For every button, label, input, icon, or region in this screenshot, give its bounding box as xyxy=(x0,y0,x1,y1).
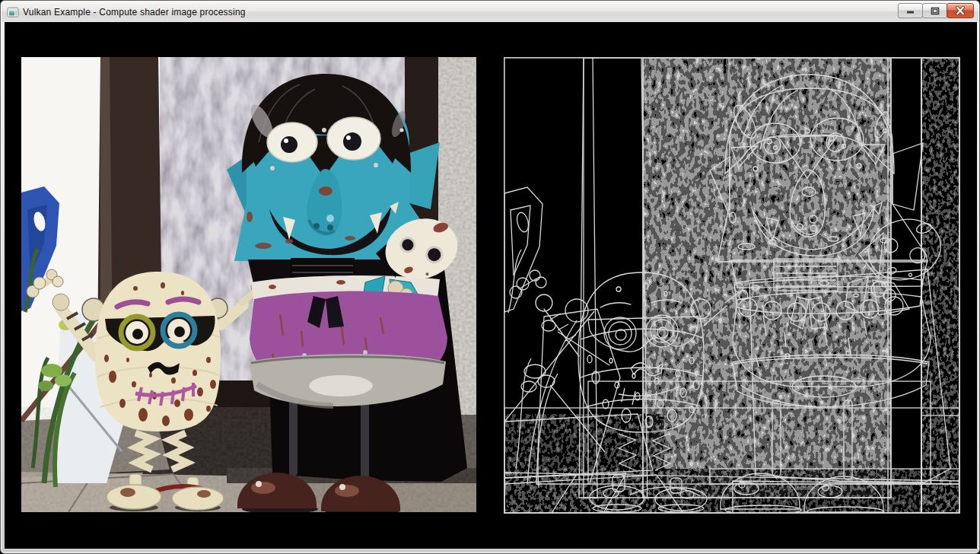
maximize-button[interactable] xyxy=(922,3,947,18)
minimize-button[interactable] xyxy=(898,3,923,18)
titlebar[interactable]: Vulkan Example - Compute shader image pr… xyxy=(2,2,978,22)
close-icon xyxy=(955,6,966,15)
mummy-foot-right xyxy=(172,487,224,510)
window-title: Vulkan Example - Compute shader image pr… xyxy=(23,7,246,18)
application-window-icon xyxy=(7,6,19,18)
vampire-leg-right xyxy=(361,400,369,479)
edge-glass-noise xyxy=(643,58,891,498)
maximize-icon xyxy=(931,7,940,15)
mummy-brow-right xyxy=(168,299,199,302)
edge-stucco-noise xyxy=(921,58,959,513)
photo-scene xyxy=(21,57,476,512)
original-image-panel xyxy=(21,57,476,512)
app-window: Vulkan Example - Compute shader image pr… xyxy=(0,0,980,554)
vampire-leg-left xyxy=(289,400,298,476)
close-button[interactable] xyxy=(947,3,974,18)
mummy-foot-left xyxy=(107,485,161,509)
edge-filtered-image-panel xyxy=(504,57,960,514)
mummy-body xyxy=(95,272,221,431)
window-controls xyxy=(898,3,974,18)
minimize-icon xyxy=(906,7,915,14)
client-area xyxy=(5,22,977,549)
